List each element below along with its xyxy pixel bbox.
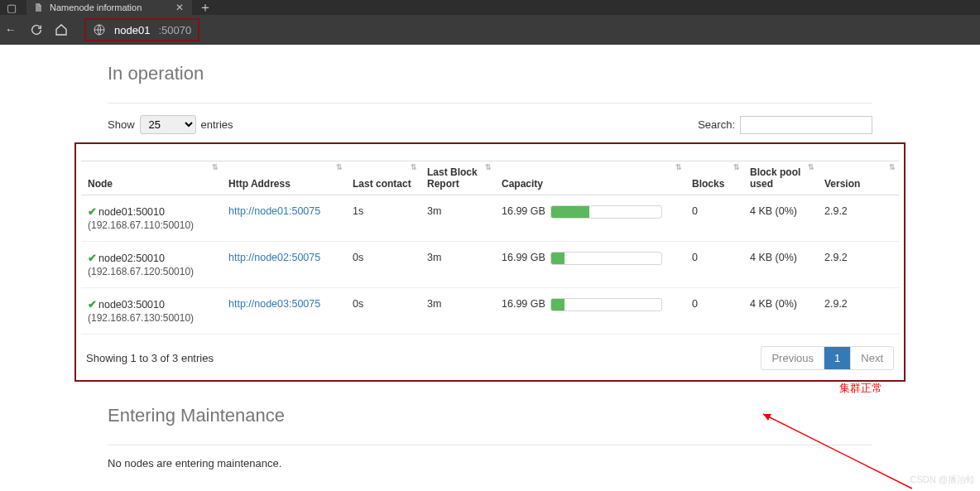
capacity-bar <box>550 205 662 219</box>
new-tab-button[interactable]: ＋ <box>192 0 219 17</box>
col-http[interactable]: Http Address⇅ <box>222 161 346 195</box>
url-host: node01 <box>114 24 150 36</box>
cell-version: 2.9.2 <box>818 287 899 334</box>
pagination: Previous 1 Next <box>761 346 894 370</box>
back-button[interactable]: ← <box>5 23 18 36</box>
capacity-bar <box>550 298 662 311</box>
cell-last-block-report: 3m <box>420 287 495 334</box>
pager-next[interactable]: Next <box>851 347 893 369</box>
status-check-icon: ✔ <box>88 206 97 218</box>
sort-icon: ⇅ <box>212 163 219 171</box>
capacity-text: 16.99 GB <box>502 252 545 263</box>
node-name: node03:50010 <box>98 299 165 310</box>
home-button[interactable] <box>55 23 68 36</box>
page-content: In operation Show 102550100 entries Sear… <box>0 45 980 491</box>
search-input[interactable] <box>740 116 872 134</box>
url-port: :50070 <box>158 24 191 36</box>
cell-last-contact: 0s <box>346 241 420 287</box>
datanodes-table: Node⇅ Http Address⇅ Last contact⇅ Last B… <box>81 149 899 335</box>
cell-last-contact: 0s <box>346 287 420 334</box>
cell-blocks: 0 <box>685 287 743 334</box>
table-controls: Show 102550100 entries Search: <box>108 115 872 134</box>
http-address-link[interactable]: http://node03:50075 <box>228 298 320 310</box>
search-label: Search: <box>698 118 735 131</box>
cell-blocks: 0 <box>685 241 743 287</box>
col-version[interactable]: Version⇅ <box>818 161 899 195</box>
col-last-contact[interactable]: Last contact⇅ <box>346 161 420 195</box>
globe-icon <box>93 23 106 36</box>
browser-tab[interactable]: Namenode information ✕ <box>26 0 192 15</box>
table-row: ✔node03:50010(192.168.67.130:50010)http:… <box>81 287 899 334</box>
table-row: ✔node02:50010(192.168.67.120:50010)http:… <box>81 241 899 287</box>
tab-title: Namenode information <box>50 2 142 12</box>
cell-bp-used: 4 KB (0%) <box>743 287 818 334</box>
annotation-text: 集群正常 <box>839 381 882 396</box>
watermark: CSDN @播治蛙 <box>910 474 975 486</box>
page-size-select[interactable]: 102550100 <box>140 115 196 134</box>
show-label: Show <box>108 118 135 131</box>
http-address-link[interactable]: http://node01:50075 <box>228 205 320 217</box>
col-capacity[interactable]: Capacity⇅ <box>495 161 685 195</box>
pager-previous[interactable]: Previous <box>761 347 824 369</box>
pager-page-1[interactable]: 1 <box>824 347 851 369</box>
table-row: ✔node01:50010(192.168.67.110:50010)http:… <box>81 195 899 241</box>
status-check-icon: ✔ <box>88 253 97 264</box>
http-address-link[interactable]: http://node02:50075 <box>228 252 320 263</box>
cell-bp-used: 4 KB (0%) <box>743 241 818 287</box>
cell-last-contact: 1s <box>346 195 420 241</box>
node-name: node01:50010 <box>98 206 165 218</box>
divider <box>108 103 872 103</box>
highlight-box: Node⇅ Http Address⇅ Last contact⇅ Last B… <box>74 142 906 382</box>
capacity-bar <box>550 252 662 265</box>
cell-bp-used: 4 KB (0%) <box>743 195 818 241</box>
node-address: (192.168.67.110:50010) <box>88 219 215 231</box>
capacity-text: 16.99 GB <box>502 205 545 217</box>
close-icon[interactable]: ✕ <box>175 2 184 13</box>
divider <box>108 445 872 445</box>
col-last-block-report[interactable]: Last Block Report⇅ <box>420 161 495 195</box>
node-address: (192.168.67.130:50010) <box>88 312 215 324</box>
entries-label: entries <box>201 118 233 131</box>
cell-version: 2.9.2 <box>818 241 899 287</box>
status-check-icon: ✔ <box>88 299 97 310</box>
window-icon: ▢ <box>7 2 20 14</box>
cell-last-block-report: 3m <box>420 241 495 287</box>
browser-tabs: ▢ Namenode information ✕ ＋ <box>0 0 980 15</box>
cell-blocks: 0 <box>685 195 743 241</box>
section-heading-maintenance: Entering Maintenance <box>108 405 872 426</box>
page-icon <box>33 2 43 12</box>
node-address: (192.168.67.120:50010) <box>88 266 215 277</box>
refresh-button[interactable] <box>30 23 43 36</box>
section-heading-in-operation: In operation <box>108 63 872 84</box>
col-blocks[interactable]: Blocks⇅ <box>685 161 743 195</box>
browser-chrome: ▢ Namenode information ✕ ＋ ← node01:5007… <box>0 0 980 45</box>
table-info: Showing 1 to 3 of 3 entries <box>86 352 214 364</box>
address-bar[interactable]: node01:50070 <box>84 18 199 41</box>
cell-version: 2.9.2 <box>818 195 899 241</box>
capacity-text: 16.99 GB <box>502 298 545 310</box>
address-bar-row: ← node01:50070 <box>0 15 980 45</box>
col-bp-used[interactable]: Block pool used⇅ <box>743 161 818 195</box>
col-node[interactable]: Node⇅ <box>81 161 222 195</box>
node-name: node02:50010 <box>98 253 165 264</box>
cell-last-block-report: 3m <box>420 195 495 241</box>
maintenance-note: No nodes are entering maintenance. <box>108 457 872 469</box>
